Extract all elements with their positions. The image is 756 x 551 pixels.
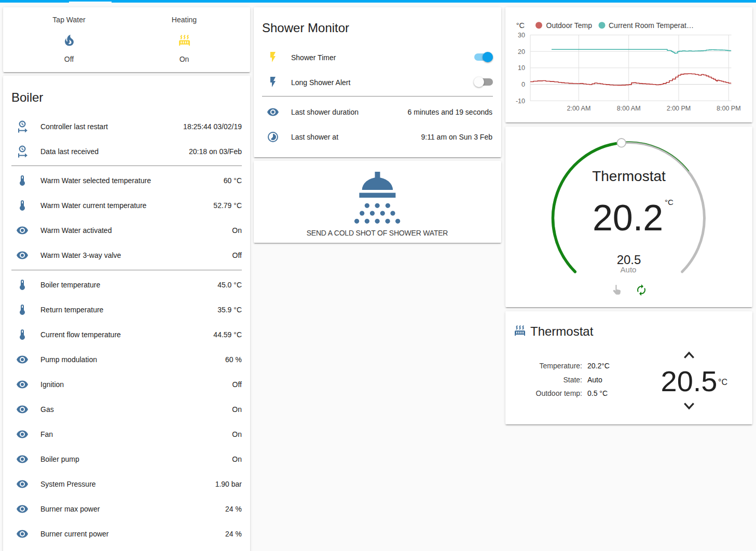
svg-text:0: 0 — [521, 81, 525, 88]
svg-text:Current Room Temperat…: Current Room Temperat… — [609, 21, 694, 30]
svg-text:30: 30 — [518, 32, 525, 39]
svg-text:2:00 AM: 2:00 AM — [567, 105, 590, 112]
svg-text:-10: -10 — [516, 98, 525, 105]
svg-text:8:00 AM: 8:00 AM — [617, 105, 641, 112]
svg-text:Outdoor Temp: Outdoor Temp — [546, 21, 593, 30]
svg-text:8:00 PM: 8:00 PM — [717, 105, 741, 112]
svg-text:10: 10 — [518, 64, 525, 72]
svg-text:20: 20 — [518, 48, 525, 56]
svg-text:2:00 PM: 2:00 PM — [667, 105, 691, 112]
svg-text:°C: °C — [516, 21, 525, 30]
